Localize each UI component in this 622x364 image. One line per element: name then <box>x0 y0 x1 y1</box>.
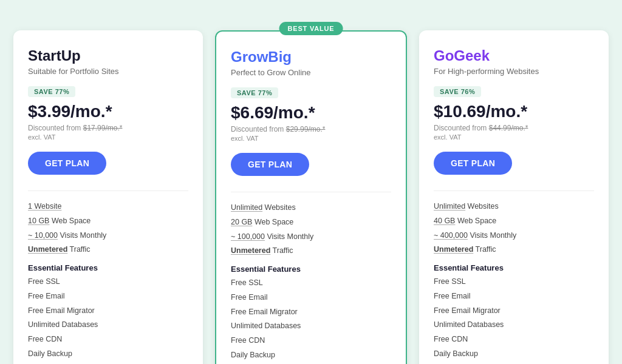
excl-vat: excl. VAT <box>28 133 188 141</box>
spec-item: 1 Website <box>28 200 188 214</box>
plan-card-gogeek: GoGeekFor High-performing WebsitesSAVE 7… <box>419 30 609 364</box>
spec-item: Unmetered Traffic <box>434 243 594 257</box>
feature-item: Free Email <box>231 291 391 305</box>
feature-item: Unlimited Databases <box>28 318 188 332</box>
feature-item: Free Email Migrator <box>231 305 391 320</box>
feature-item: Free SSL <box>434 275 594 289</box>
save-badge: SAVE 77% <box>231 87 278 98</box>
plan-name: GoGeek <box>434 47 594 64</box>
spec-item: 20 GB Web Space <box>231 215 391 230</box>
excl-vat: excl. VAT <box>231 135 391 142</box>
spec-item: ~ 100,000 Visits Monthly <box>231 230 391 244</box>
plan-card-growbig: BEST VALUEGrowBigPerfect to Grow OnlineS… <box>215 30 407 364</box>
spec-item: Unlimited Websites <box>434 200 594 214</box>
plan-card-startup: StartUpSuitable for Portfolio SitesSAVE … <box>13 30 203 364</box>
plan-subtitle: For High-performing Websites <box>434 67 594 76</box>
plan-subtitle: Suitable for Portfolio Sites <box>28 67 188 76</box>
feature-item: Daily Backup <box>434 347 594 362</box>
best-value-badge: BEST VALUE <box>279 22 343 35</box>
excl-vat: excl. VAT <box>434 133 594 141</box>
features-title: Essential Features <box>231 265 391 274</box>
plan-subtitle: Perfect to Grow Online <box>231 68 391 77</box>
feature-item: Unlimited Databases <box>434 318 594 332</box>
original-price: Discounted from $29.99/mo.* <box>231 125 391 133</box>
plan-name: GrowBig <box>231 49 391 66</box>
plan-price: $6.69/mo.* <box>231 103 391 123</box>
feature-item: Free Email Migrator <box>28 304 188 318</box>
plan-price: $10.69/mo.* <box>434 102 594 121</box>
feature-item: Free SSL <box>231 276 391 291</box>
save-badge: SAVE 76% <box>434 86 481 97</box>
spec-item: ~ 10,000 Visits Monthly <box>28 229 188 243</box>
spec-item: 40 GB Web Space <box>434 214 594 229</box>
save-badge: SAVE 77% <box>28 86 75 97</box>
spec-item: Unmetered Traffic <box>231 244 391 258</box>
original-price: Discounted from $44.99/mo.* <box>434 124 594 132</box>
feature-item: Free Email <box>434 289 594 304</box>
spec-item: ~ 400,000 Visits Monthly <box>434 229 594 243</box>
divider <box>434 190 594 191</box>
feature-item: Free Email <box>28 289 188 304</box>
plan-price: $3.99/mo.* <box>28 102 188 121</box>
get-plan-button[interactable]: GET PLAN <box>231 153 309 176</box>
feature-item: Enhanced Security <box>28 362 188 365</box>
pricing-container: StartUpSuitable for Portfolio SitesSAVE … <box>13 12 609 364</box>
divider <box>231 192 391 192</box>
get-plan-button[interactable]: GET PLAN <box>434 152 512 175</box>
spec-item: 10 GB Web Space <box>28 214 188 229</box>
plan-name: StartUp <box>28 47 188 64</box>
feature-item: Unlimited Databases <box>231 319 391 334</box>
divider <box>28 190 188 191</box>
features-title: Essential Features <box>28 263 188 272</box>
feature-item: Daily Backup <box>231 348 391 363</box>
features-title: Essential Features <box>434 263 594 272</box>
feature-item: Free Email Migrator <box>434 304 594 318</box>
spec-item: Unmetered Traffic <box>28 243 188 257</box>
spec-item: Unlimited Websites <box>231 201 391 215</box>
feature-item: Free CDN <box>28 332 188 347</box>
original-price: Discounted from $17.99/mo.* <box>28 124 188 132</box>
feature-item: Free CDN <box>231 334 391 348</box>
feature-item: Free SSL <box>28 275 188 289</box>
feature-item: Enhanced Security <box>434 362 594 365</box>
get-plan-button[interactable]: GET PLAN <box>28 152 106 175</box>
feature-item: Daily Backup <box>28 347 188 362</box>
feature-item: Free CDN <box>434 332 594 347</box>
